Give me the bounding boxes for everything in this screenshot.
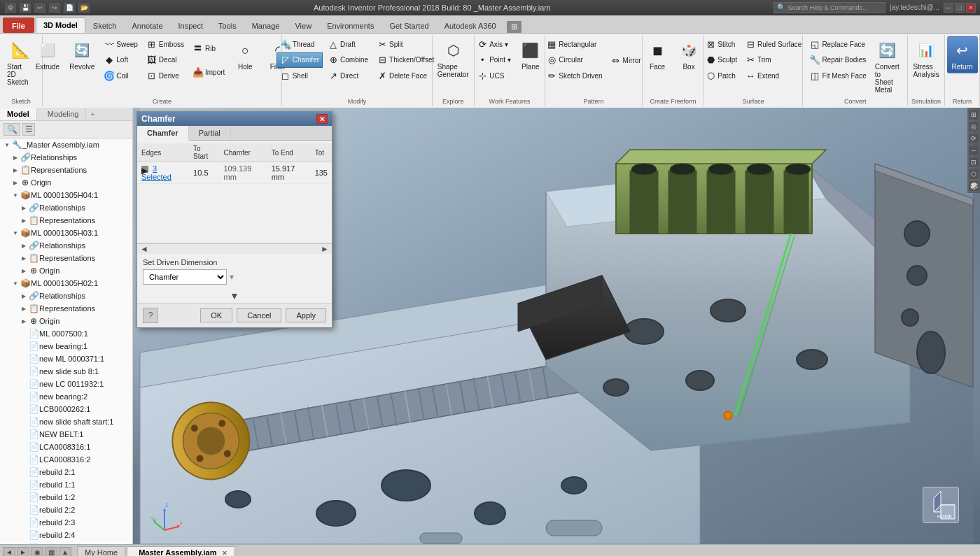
expand-arrow[interactable]: ▼ [137,289,332,303]
model-tab-model[interactable]: Model [0,108,37,120]
box-btn[interactable]: 🎲 Box [673,36,704,73]
replace-face-btn[interactable]: ◱Replace Face [806,36,869,52]
tree-item-sh04[interactable]: ▼ 📦 ML 00001305H04:1 [0,189,132,201]
tree-item-rb21[interactable]: 📄 rebuild 2:1 [0,466,132,478]
tree-item-sh04_rel[interactable]: ▶ 🔗 Relationships [0,201,132,214]
ucs-btn[interactable]: ⊹UCS [473,69,514,84]
model-tab-modeling[interactable]: Modeling [41,108,87,120]
tree-item-rb22[interactable]: 📄 rebuild 2:2 [0,504,132,516]
tab-getstarted[interactable]: Get Started [382,17,436,33]
tree-toggle-sh02_rel[interactable]: ▶ [20,292,28,300]
mirror-btn[interactable]: ⇔Mirror [607,52,645,68]
driven-dim-select[interactable]: Chamfer To Start To End [143,269,227,285]
tree-item-nml[interactable]: 📄 new ML 0000371:1 [0,352,132,365]
rt-btn-5[interactable]: ⊡ [968,157,979,168]
tree-toggle-sh04[interactable]: ▼ [11,191,20,199]
nav-back[interactable]: ◄ [3,547,15,557]
thicken-btn[interactable]: ⊟Thicken/Offset [373,52,438,68]
circular-btn[interactable]: ◎Circular [542,52,606,68]
new-btn[interactable]: 📄 [63,2,76,13]
sweep-btn[interactable]: 〰Sweep [100,36,141,52]
open-btn[interactable]: 📂 [78,2,90,13]
stress-analysis-btn[interactable]: 📊 StressAnalysis [909,36,943,81]
bottom-tab-file[interactable]: _Master Assembly.iam ✕ [127,546,234,556]
nav-forward[interactable]: ► [17,547,29,557]
tree-item-ori1[interactable]: ▶ ⊕ Origin [0,176,132,189]
tree-item-nb1[interactable]: 📄 new bearing:1 [0,340,132,352]
split-btn[interactable]: ✂Split [373,36,438,52]
trim-btn[interactable]: ✂Trim [741,52,805,68]
tree-item-lca1[interactable]: 📄 LCA0008316:1 [0,441,132,453]
tree-toggle-ori2[interactable]: ▶ [20,317,28,325]
nav-triangle[interactable]: ▲ [59,547,71,557]
tab-sketch[interactable]: Sketch [85,17,125,33]
tree-toggle-sh04_rep[interactable]: ▶ [20,216,28,224]
tree-toggle-ori3[interactable]: ▶ [20,266,28,275]
tree-item-sh02_rel[interactable]: ▶ 🔗 Relationships [0,290,132,302]
tree-item-rb24[interactable]: 📄 rebuild 2:4 [0,529,132,541]
shape-generator-btn[interactable]: ⬡ ShapeGenerator [433,36,473,81]
tab-tools[interactable]: Tools [211,17,244,33]
point-btn[interactable]: •Point ▾ [473,52,514,68]
viewport[interactable]: Chamfer ✕ Chamfer Partial Edges To Start… [133,108,980,544]
tree-item-sh02_rep[interactable]: ▶ 📋 Representations [0,302,132,315]
tree-item-root[interactable]: ▼ 🔧 _Master Assembly.iam [0,138,132,151]
derive-btn[interactable]: ⊡Derive [143,69,188,84]
tab-manage[interactable]: Manage [244,17,288,33]
tree-toggle-sh04_rel[interactable]: ▶ [20,204,28,212]
tree-toggle-sh03_rel[interactable]: ▶ [20,241,28,250]
redo-btn[interactable]: ↪ [48,2,61,13]
combine-btn[interactable]: ⊕Combine [324,52,372,68]
tree-menu-btn[interactable]: ☰ [22,123,35,136]
tab-environments[interactable]: Environments [319,17,382,33]
nav-grid[interactable]: ▦ [45,547,57,557]
extend-btn[interactable]: ↔Extend [741,69,805,84]
hole-btn[interactable]: ○ Hole [230,36,260,73]
save-btn[interactable]: 💾 [19,2,31,13]
ok-btn[interactable]: OK [200,308,232,322]
tree-item-newbelt[interactable]: 📄 NEW BELT:1 [0,428,132,441]
tree-item-ori2[interactable]: ▶ ⊕ Origin [0,315,132,327]
apply-btn[interactable]: Apply [286,308,326,322]
return-btn[interactable]: ↩ Return [947,36,978,73]
tree-toggle-sh02[interactable]: ▼ [11,279,20,287]
rt-btn-viewcube[interactable]: 🎲 [968,180,979,192]
tree-item-sh02[interactable]: ▼ 📦 ML 00001305H02:1 [0,277,132,290]
tree-item-nlc[interactable]: 📄 new LC 0011932:1 [0,378,132,390]
cell-to-start[interactable]: 10.5 [189,162,219,184]
cell-to-end[interactable]: 15.917 mm [267,162,311,184]
cell-chamfer[interactable]: 109.139 mm [220,162,267,184]
fit-mesh-face-btn[interactable]: ◫Fit Mesh Face [806,69,869,84]
emboss-btn[interactable]: ⊞Emboss [143,36,188,52]
sculpt-btn[interactable]: ⬣Sculpt [701,52,741,68]
tab-view[interactable]: View [287,17,319,33]
tab-annotate[interactable]: Annotate [125,17,171,33]
tab-3dmodel[interactable]: 3D Model [36,17,85,33]
app-menu-btn[interactable]: ⚙ [4,2,17,13]
tree-item-sh03_rel[interactable]: ▶ 🔗 Relationships [0,239,132,252]
help-search[interactable]: 🔍 Search Help & Commands... [774,2,886,13]
tree-toggle-rep1[interactable]: ▶ [11,166,20,174]
rib-btn[interactable]: 〓Rib [189,41,228,56]
stitch-btn[interactable]: ⊠Stitch [701,36,741,52]
tab-extra[interactable]: ⊞ [507,21,522,33]
axis-btn[interactable]: ⟳Axis ▾ [473,36,514,52]
draft-btn[interactable]: △Draft [324,36,372,52]
tree-item-lcb[interactable]: 📄 LCB0000262:1 [0,403,132,415]
decal-btn[interactable]: 🖼Decal [143,52,188,68]
rectangular-btn[interactable]: ▦Rectangular [542,36,606,52]
thread-btn[interactable]: 🔩Thread [276,36,323,52]
tab-a360[interactable]: Autodesk A360 [437,17,504,33]
tree-item-nss[interactable]: 📄 new slide sub 8:1 [0,365,132,378]
nav-home[interactable]: ◉ [31,547,43,557]
bottom-tab-myhome[interactable]: My Home [77,546,125,556]
tree-toggle-ori1[interactable]: ▶ [11,178,20,187]
tree-toggle-sh03[interactable]: ▼ [11,229,20,237]
chamfer-close-btn[interactable]: ✕ [316,114,328,124]
tree-toggle-root[interactable]: ▼ [3,141,11,149]
repair-bodies-btn[interactable]: 🔧Repair Bodies [806,52,869,68]
patch-btn[interactable]: ⬡Patch [701,69,741,84]
rt-btn-6[interactable]: ⬡ [968,169,979,180]
tree-item-rel1[interactable]: ▶ 🔗 Relationships [0,151,132,164]
tree-item-sh03[interactable]: ▼ 📦 ML 00001305H03:1 [0,227,132,239]
